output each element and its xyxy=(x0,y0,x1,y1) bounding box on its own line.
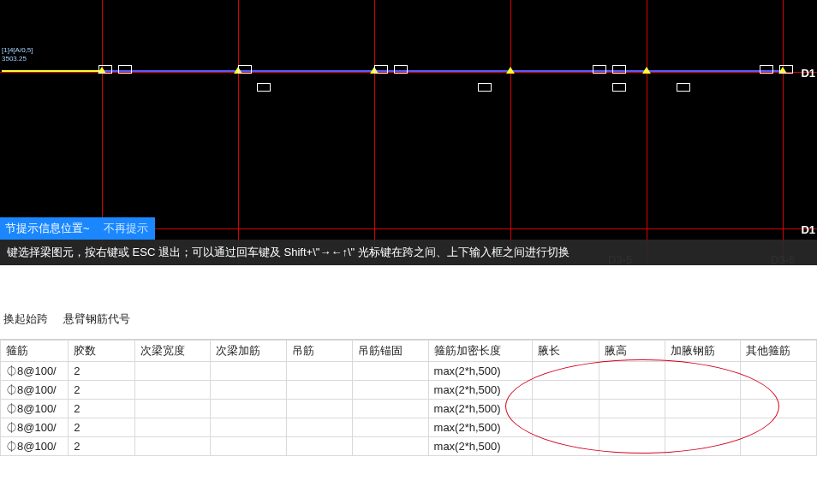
cell[interactable]: 2 xyxy=(69,381,134,400)
cell[interactable] xyxy=(211,381,286,400)
bolt-icon xyxy=(257,83,271,92)
grid-vline xyxy=(647,0,647,265)
tip-text: 节提示信息位置~ xyxy=(5,221,90,236)
cell[interactable] xyxy=(665,400,741,418)
cell[interactable]: max(2*h,500) xyxy=(428,437,533,456)
cell[interactable] xyxy=(353,362,428,381)
cell[interactable]: ⏀8@100/ xyxy=(1,437,69,456)
tab-swap-start-span[interactable]: 换起始跨 xyxy=(3,312,48,325)
cell[interactable] xyxy=(665,362,741,381)
grid-vline xyxy=(783,0,784,265)
tip-dismiss-link[interactable]: 不再提示 xyxy=(104,221,148,236)
anchor-triangle-icon xyxy=(506,67,515,74)
cell[interactable] xyxy=(741,381,817,400)
grid-vline xyxy=(510,0,511,265)
table-row[interactable]: ⏀8@100/2max(2*h,500) xyxy=(1,362,817,381)
data-grid[interactable]: 箍筋胶数次梁宽度次梁加筋吊筋吊筋锚固箍筋加密长度腋长腋高加腋钢筋其他箍筋⏀8@1… xyxy=(0,339,817,456)
cell[interactable]: ⏀8@100/ xyxy=(1,400,69,418)
bolt-icon xyxy=(118,65,132,74)
axis-label-right-mid: D1 xyxy=(801,223,815,236)
bolt-icon xyxy=(478,83,492,92)
table-row[interactable]: ⏀8@100/2max(2*h,500) xyxy=(1,437,817,456)
cell[interactable] xyxy=(599,381,665,400)
cell[interactable]: ⏀8@100/ xyxy=(1,362,69,381)
col-header[interactable]: 加腋钢筋 xyxy=(665,341,741,362)
cell[interactable]: 2 xyxy=(69,437,134,456)
cell[interactable]: 2 xyxy=(69,418,134,437)
cell[interactable] xyxy=(134,381,210,400)
cell[interactable] xyxy=(665,437,741,456)
col-header[interactable]: 腋高 xyxy=(599,341,665,362)
cell[interactable] xyxy=(533,381,599,400)
cell[interactable] xyxy=(741,362,817,381)
cell[interactable] xyxy=(665,418,741,437)
cell[interactable] xyxy=(533,400,599,418)
cell[interactable]: ⏀8@100/ xyxy=(1,381,69,400)
table-row[interactable]: ⏀8@100/2max(2*h,500) xyxy=(1,418,817,437)
cell[interactable] xyxy=(211,362,286,381)
cad-canvas[interactable]: [1]4[A/0,5] 3503.25 D1 D1 节提示信息位置~ 不再提示 … xyxy=(0,0,817,265)
beam-segment-yellow[interactable] xyxy=(2,70,102,72)
col-header[interactable]: 次梁加筋 xyxy=(211,341,286,362)
cell[interactable] xyxy=(599,418,665,437)
cell[interactable] xyxy=(286,418,352,437)
cell[interactable] xyxy=(134,437,210,456)
beam-segment-blue[interactable] xyxy=(102,70,783,72)
cell[interactable] xyxy=(533,418,599,437)
cell[interactable] xyxy=(211,400,286,418)
anchor-triangle-icon xyxy=(642,67,651,74)
cell[interactable] xyxy=(211,437,286,456)
grid-vline xyxy=(238,0,239,265)
cell[interactable] xyxy=(741,418,817,437)
tab-cantilever-code[interactable]: 悬臂钢筋代号 xyxy=(63,312,130,325)
cell[interactable] xyxy=(599,362,665,381)
cell[interactable] xyxy=(533,437,599,456)
cell[interactable] xyxy=(353,400,428,418)
cell[interactable] xyxy=(211,418,286,437)
cell[interactable] xyxy=(353,381,428,400)
cell[interactable] xyxy=(286,437,352,456)
cell[interactable] xyxy=(599,400,665,418)
cell[interactable] xyxy=(353,418,428,437)
col-header[interactable]: 其他箍筋 xyxy=(741,341,817,362)
bolt-icon xyxy=(779,65,793,74)
cell[interactable]: max(2*h,500) xyxy=(428,362,533,381)
col-header[interactable]: 箍筋 xyxy=(1,341,69,362)
cell[interactable] xyxy=(665,381,741,400)
cell[interactable]: 2 xyxy=(69,362,134,381)
cell[interactable]: max(2*h,500) xyxy=(428,418,533,437)
cell[interactable]: 2 xyxy=(69,400,134,418)
cell[interactable] xyxy=(599,437,665,456)
col-header[interactable]: 箍筋加密长度 xyxy=(428,341,533,362)
col-header[interactable]: 吊筋 xyxy=(286,341,352,362)
cell[interactable] xyxy=(286,381,352,400)
col-header[interactable]: 胶数 xyxy=(69,341,134,362)
axis-label-right-top: D1 xyxy=(801,67,815,80)
cell[interactable] xyxy=(741,400,817,418)
col-header[interactable]: 腋长 xyxy=(533,341,599,362)
grid-vline xyxy=(374,0,375,265)
cell[interactable] xyxy=(286,362,352,381)
cell[interactable] xyxy=(533,362,599,381)
bolt-icon xyxy=(593,65,606,74)
cell[interactable] xyxy=(134,400,210,418)
table-row[interactable]: ⏀8@100/2max(2*h,500) xyxy=(1,400,817,418)
cell[interactable] xyxy=(134,418,210,437)
col-header[interactable]: 次梁宽度 xyxy=(134,341,210,362)
bolt-icon xyxy=(677,83,690,92)
cell[interactable]: max(2*h,500) xyxy=(428,400,533,418)
bolt-icon xyxy=(612,65,626,74)
cell[interactable]: ⏀8@100/ xyxy=(1,418,69,437)
tab-row: 换起始跨 悬臂钢筋代号 xyxy=(0,308,817,330)
cell[interactable] xyxy=(353,437,428,456)
cell[interactable]: max(2*h,500) xyxy=(428,381,533,400)
col-header[interactable]: 吊筋锚固 xyxy=(353,341,428,362)
bolt-icon xyxy=(394,65,408,74)
cell[interactable] xyxy=(134,362,210,381)
cell[interactable] xyxy=(286,400,352,418)
node-label: [1]4[A/0,5] 3503.25 xyxy=(2,46,33,63)
hint-strip: 键选择梁图元，按右键或 ESC 退出；可以通过回车键及 Shift+\"→←↑\… xyxy=(0,240,817,265)
table-row[interactable]: ⏀8@100/2max(2*h,500) xyxy=(1,381,817,400)
cell[interactable] xyxy=(741,437,817,456)
bolt-icon xyxy=(374,65,388,74)
